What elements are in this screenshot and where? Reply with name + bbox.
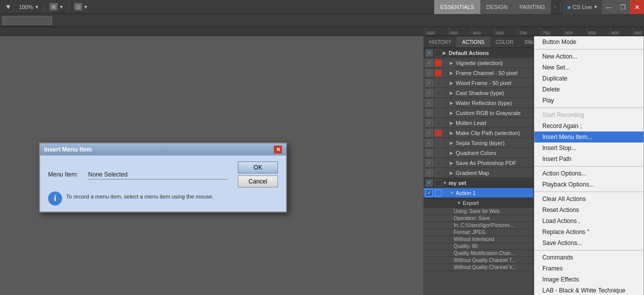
menu-image-effects[interactable]: Image Effects bbox=[534, 274, 643, 285]
menu-commands[interactable]: Commands bbox=[534, 252, 643, 263]
cancel-button[interactable]: Cancel bbox=[238, 176, 278, 188]
essentials-btn[interactable]: ESSENTIALS bbox=[434, 0, 480, 14]
export-detail-quality: Quality: 80 bbox=[424, 243, 533, 250]
cs-live-btn[interactable]: ● CS Live ▼ bbox=[563, 0, 602, 14]
check-save-pdf[interactable]: ✓ bbox=[426, 160, 433, 166]
menu-new-action[interactable]: New Action... bbox=[534, 51, 643, 62]
action-quadrant-colors[interactable]: ✓ ▶ Quadrant Colors bbox=[424, 148, 533, 158]
action-custom-rgb[interactable]: ✓ ▶ Custom RGB to Grayscale bbox=[424, 108, 533, 118]
export-label: Export bbox=[463, 200, 532, 206]
menu-frames[interactable]: Frames bbox=[534, 263, 643, 274]
dialog-title-bar: Insert Menu Item ✕ bbox=[40, 144, 286, 156]
action-water-reflection[interactable]: ✓ ▶ Water Reflection (type) bbox=[424, 98, 533, 108]
ruler-tick: 900 bbox=[610, 27, 633, 36]
menu-insert-menu-item[interactable]: Insert Menu Item... bbox=[534, 132, 643, 142]
group-default-actions[interactable]: ✓ ▶ Default Actions bbox=[424, 48, 533, 58]
menu-new-set[interactable]: New Set... bbox=[534, 62, 643, 73]
color-cast-shadow bbox=[435, 90, 442, 96]
action-frame-channel[interactable]: ✓ ▶ Frame Channel - 50 pixel bbox=[424, 68, 533, 78]
menu-duplicate[interactable]: Duplicate bbox=[534, 73, 643, 84]
arrow-quadrant-colors: ▶ bbox=[450, 150, 456, 156]
check-cast-shadow[interactable]: ✓ bbox=[426, 90, 433, 96]
action-make-clip-path[interactable]: ✓ ▶ Make Clip Path (selection) bbox=[424, 128, 533, 138]
check-vignette[interactable]: ✓ bbox=[426, 60, 433, 66]
arrange-dropdown-icon[interactable]: ▼ bbox=[84, 4, 88, 10]
painting-btn[interactable]: PAINTING bbox=[513, 0, 551, 14]
maximize-btn[interactable]: ❐ bbox=[616, 0, 630, 14]
export-detail-qct: Without Quality Channel T... bbox=[424, 257, 533, 264]
action-gradient-map[interactable]: ✓ ▶ Gradient Map bbox=[424, 168, 533, 178]
menu-save-actions[interactable]: Save Actions... bbox=[534, 238, 643, 248]
save-pdf-label: Save As Photoshop PDF bbox=[456, 160, 532, 166]
expand-export[interactable]: ▼ bbox=[457, 200, 463, 206]
check-gradient-map[interactable]: ✓ bbox=[426, 170, 433, 176]
action-1[interactable]: ✓ ▼ Action 1 bbox=[424, 188, 533, 198]
action-cast-shadow[interactable]: ✓ ▶ Cast Shadow (type) bbox=[424, 88, 533, 98]
menu-replace-actions[interactable]: Replace Actions " bbox=[534, 226, 643, 238]
ruler-tick: 550 bbox=[449, 27, 472, 36]
color-sepia-toning bbox=[435, 140, 442, 146]
export-detail-operation: Operation: Save bbox=[424, 215, 533, 222]
check-custom-rgb[interactable]: ✓ bbox=[426, 110, 433, 116]
zoom-dropdown-icon[interactable]: ▼ bbox=[35, 4, 39, 10]
app-icon[interactable]: ▼ bbox=[2, 2, 16, 12]
actions-list-panel: HISTORY ACTIONS COLOR SWATCH STY... ✓ ▶ … bbox=[424, 36, 534, 295]
check-default-actions[interactable]: ✓ bbox=[426, 50, 433, 56]
check-molten-lead[interactable]: ✓ bbox=[426, 120, 433, 126]
expand-default-actions[interactable]: ▶ bbox=[443, 50, 449, 56]
group-my-set[interactable]: ✓ ▼ my set bbox=[424, 178, 533, 188]
menu-record-again[interactable]: Record Again ; bbox=[534, 120, 643, 132]
cs-live-dropdown[interactable]: ▼ bbox=[593, 4, 598, 10]
top-toolbar: ▼ 100% ▼ ⊞ ▼ ⊡ ▼ ESSENTIALS DESIGN PAINT… bbox=[0, 0, 644, 14]
tab-color[interactable]: COLOR bbox=[490, 36, 519, 48]
menu-reset-actions[interactable]: Reset Actions bbox=[534, 204, 643, 216]
close-btn[interactable]: ✕ bbox=[630, 0, 644, 14]
menu-action-options[interactable]: Action Options... bbox=[534, 168, 643, 179]
tab-actions[interactable]: ACTIONS bbox=[457, 36, 490, 48]
menu-lab-bw[interactable]: LAB - Black & White Technique bbox=[534, 285, 643, 295]
action-save-pdf[interactable]: ✓ ▶ Save As Photoshop PDF bbox=[424, 158, 533, 168]
ok-button[interactable]: OK bbox=[238, 162, 278, 174]
action-vignette[interactable]: ✓ ▶ Vignette (selection) bbox=[424, 58, 533, 68]
check-frame-channel[interactable]: ✓ bbox=[426, 70, 433, 76]
expand-action-1[interactable]: ▼ bbox=[450, 190, 456, 196]
expand-my-set[interactable]: ▼ bbox=[443, 180, 449, 186]
minimize-btn[interactable]: — bbox=[602, 0, 616, 14]
color-action-1 bbox=[435, 190, 442, 196]
menu-button-mode[interactable]: Button Mode bbox=[534, 36, 643, 48]
search-input[interactable] bbox=[2, 16, 52, 25]
check-wood-frame[interactable]: ✓ bbox=[426, 80, 433, 86]
view-toggle[interactable]: ⊞ ▼ bbox=[47, 2, 67, 12]
check-action-1[interactable]: ✓ bbox=[426, 190, 433, 196]
export-detail-interlaced: Without Interlaced bbox=[424, 236, 533, 243]
tab-swatch[interactable]: SWATCH bbox=[519, 36, 534, 48]
check-my-set[interactable]: ✓ bbox=[426, 180, 433, 186]
menu-delete[interactable]: Delete bbox=[534, 84, 643, 95]
menu-play[interactable]: Play bbox=[534, 95, 643, 106]
menu-insert-path[interactable]: Insert Path bbox=[534, 154, 643, 164]
tab-history[interactable]: HISTORY bbox=[424, 36, 457, 48]
view-dropdown-icon[interactable]: ▼ bbox=[59, 4, 64, 10]
menu-load-actions[interactable]: Load Actions , bbox=[534, 216, 643, 226]
arrow-gradient-map: ▶ bbox=[450, 170, 456, 176]
action-sepia-toning[interactable]: ✓ ▶ Sepia Toning (layer) bbox=[424, 138, 533, 148]
design-btn[interactable]: DESIGN bbox=[480, 0, 513, 14]
color-default-actions bbox=[435, 50, 442, 56]
menu-item-row: Menu Item: None Selected OK Cancel bbox=[48, 162, 278, 188]
check-water-reflection[interactable]: ✓ bbox=[426, 100, 433, 106]
check-sepia-toning[interactable]: ✓ bbox=[426, 140, 433, 146]
action-wood-frame[interactable]: ✓ ▶ Wood Frame - 50 pixel bbox=[424, 78, 533, 88]
panel-tabs: HISTORY ACTIONS COLOR SWATCH STY... bbox=[424, 36, 533, 48]
arrange-toggle[interactable]: ⊡ ▼ bbox=[71, 2, 91, 12]
check-make-clip-path[interactable]: ✓ bbox=[426, 130, 433, 136]
menu-clear-all-actions[interactable]: Clear All Actions bbox=[534, 194, 643, 204]
zoom-control[interactable]: 100% ▼ bbox=[16, 3, 42, 11]
check-quadrant-colors[interactable]: ✓ bbox=[426, 150, 433, 156]
dialog-close-btn[interactable]: ✕ bbox=[274, 146, 282, 154]
quadrant-colors-label: Quadrant Colors bbox=[456, 150, 532, 156]
molten-lead-label: Molten Lead bbox=[456, 120, 532, 126]
action-export[interactable]: ▼ Export bbox=[424, 198, 533, 208]
menu-playback-options[interactable]: Playback Options... bbox=[534, 179, 643, 190]
menu-insert-stop[interactable]: Insert Stop... bbox=[534, 142, 643, 154]
action-molten-lead[interactable]: ✓ ▶ Molten Lead bbox=[424, 118, 533, 128]
